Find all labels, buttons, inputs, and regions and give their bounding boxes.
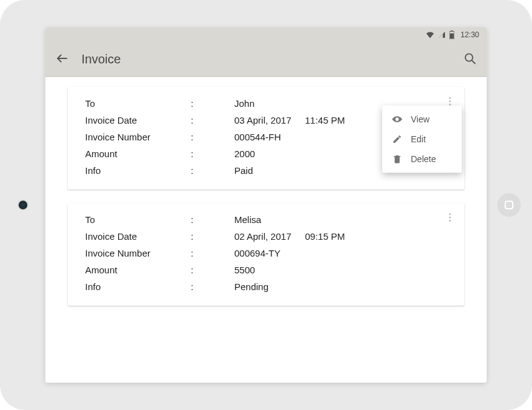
value-info: Pending bbox=[234, 281, 268, 292]
colon: : bbox=[191, 98, 234, 109]
page-title: Invoice bbox=[81, 52, 451, 66]
value-time: 11:45 PM bbox=[305, 115, 345, 125]
colon: : bbox=[191, 165, 234, 176]
back-button[interactable] bbox=[55, 52, 69, 68]
value-time: 09:15 PM bbox=[305, 231, 345, 242]
field-value: 000694-TY bbox=[234, 248, 449, 258]
field-label: To bbox=[85, 214, 191, 225]
field-value: Pending bbox=[234, 281, 449, 292]
value-number: 000694-TY bbox=[234, 248, 280, 258]
home-button-icon bbox=[505, 201, 513, 209]
colon: : bbox=[191, 248, 234, 258]
field-label: Invoice Number bbox=[85, 132, 191, 142]
field-value: 02 April, 201709:15 PM bbox=[234, 231, 449, 242]
arrow-left-icon bbox=[55, 52, 69, 65]
status-time: 12:30 bbox=[461, 30, 479, 39]
svg-point-9 bbox=[397, 119, 398, 121]
field-label: Invoice Date bbox=[85, 231, 191, 242]
colon: : bbox=[191, 231, 234, 242]
field-value: Melisa bbox=[234, 214, 449, 225]
wifi-icon bbox=[426, 31, 434, 39]
eye-icon bbox=[392, 114, 402, 124]
value-to: Melisa bbox=[234, 214, 261, 225]
colon: : bbox=[191, 281, 234, 292]
cellular-icon bbox=[438, 31, 446, 39]
invoice-card: ViewEditDeleteTo:JohnInvoice Date:03 Apr… bbox=[68, 87, 464, 189]
screen: 12:30 Invoice ViewEditDeleteTo:JohnInvoi… bbox=[45, 27, 487, 383]
svg-point-6 bbox=[449, 97, 451, 99]
colon: : bbox=[191, 265, 234, 275]
row-invoice-number: Invoice Number:000694-TY bbox=[85, 248, 449, 258]
svg-rect-2 bbox=[450, 34, 454, 39]
field-label: To bbox=[85, 98, 191, 109]
value-info: Paid bbox=[234, 165, 253, 176]
field-value: 5500 bbox=[234, 265, 449, 275]
search-button[interactable] bbox=[463, 52, 477, 68]
svg-point-10 bbox=[449, 213, 451, 215]
svg-point-12 bbox=[449, 220, 451, 222]
menu-item-label: Delete bbox=[411, 154, 436, 164]
more-vert-icon bbox=[444, 212, 456, 223]
field-label: Amount bbox=[85, 148, 191, 159]
menu-item-label: Edit bbox=[411, 134, 426, 144]
svg-point-11 bbox=[449, 217, 451, 219]
field-label: Invoice Number bbox=[85, 248, 191, 258]
row-to: To:Melisa bbox=[85, 214, 449, 225]
card-menu: ViewEditDelete bbox=[382, 106, 462, 173]
home-button[interactable] bbox=[497, 193, 521, 217]
card-more-button[interactable] bbox=[442, 209, 458, 228]
menu-item-label: View bbox=[411, 114, 429, 124]
colon: : bbox=[191, 148, 234, 159]
tablet-frame: 12:30 Invoice ViewEditDeleteTo:JohnInvoi… bbox=[0, 0, 532, 410]
menu-item-delete[interactable]: Delete bbox=[382, 149, 462, 169]
app-bar: Invoice bbox=[45, 42, 487, 77]
value-amount: 2000 bbox=[234, 148, 255, 159]
invoice-card: To:MelisaInvoice Date:02 April, 201709:1… bbox=[68, 203, 464, 306]
svg-point-7 bbox=[449, 101, 451, 102]
value-to: John bbox=[234, 98, 255, 109]
svg-line-5 bbox=[472, 60, 475, 63]
search-icon bbox=[463, 52, 477, 65]
field-label: Invoice Date bbox=[85, 115, 191, 125]
field-label: Info bbox=[85, 281, 191, 292]
trash-icon bbox=[392, 154, 402, 164]
row-invoice-date: Invoice Date:02 April, 201709:15 PM bbox=[85, 231, 449, 242]
value-date: 03 April, 2017 bbox=[234, 115, 291, 125]
row-amount: Amount:5500 bbox=[85, 265, 449, 275]
menu-item-edit[interactable]: Edit bbox=[382, 129, 462, 149]
colon: : bbox=[191, 132, 234, 142]
row-info: Info:Pending bbox=[85, 281, 449, 292]
status-bar: 12:30 bbox=[45, 27, 487, 42]
value-date: 02 April, 2017 bbox=[234, 231, 291, 242]
content-area: ViewEditDeleteTo:JohnInvoice Date:03 Apr… bbox=[45, 77, 487, 383]
device-camera bbox=[19, 201, 27, 209]
colon: : bbox=[191, 214, 234, 225]
value-amount: 5500 bbox=[234, 265, 255, 275]
value-number: 000544-FH bbox=[234, 132, 281, 142]
field-label: Info bbox=[85, 165, 191, 176]
field-label: Amount bbox=[85, 265, 191, 275]
menu-item-view[interactable]: View bbox=[382, 109, 462, 129]
pencil-icon bbox=[392, 134, 402, 144]
battery-icon bbox=[449, 30, 454, 39]
colon: : bbox=[191, 115, 234, 125]
